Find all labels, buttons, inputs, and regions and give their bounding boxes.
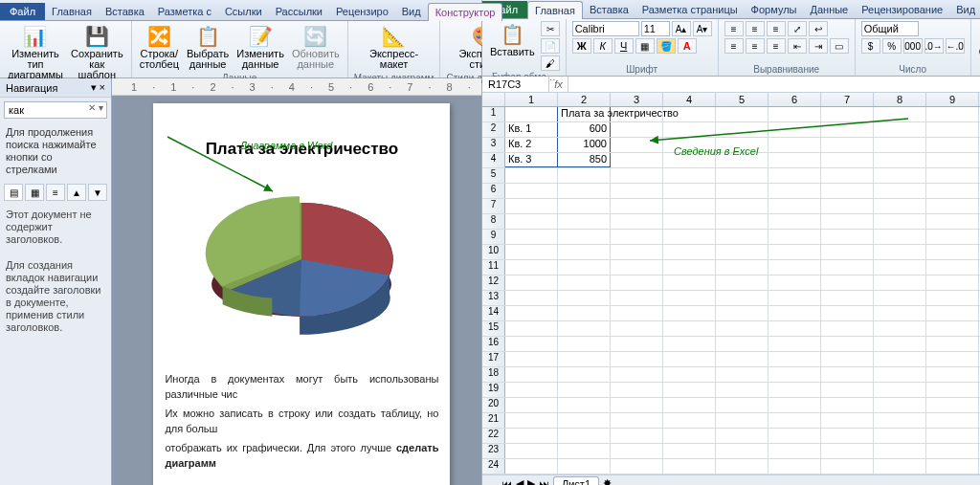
cell[interactable] <box>663 260 716 275</box>
row-header[interactable]: 17 <box>482 352 505 366</box>
cell[interactable] <box>558 352 611 366</box>
cell[interactable] <box>611 367 663 382</box>
row-header[interactable]: 24 <box>482 459 505 474</box>
cell[interactable] <box>611 413 663 428</box>
sheet-nav-next-icon[interactable]: ▶ <box>527 477 535 485</box>
cell[interactable] <box>716 199 768 213</box>
cell[interactable] <box>874 383 926 397</box>
cell[interactable] <box>926 337 979 351</box>
row-header[interactable]: 15 <box>482 321 505 336</box>
cell[interactable] <box>926 168 979 183</box>
cell[interactable] <box>874 214 926 229</box>
cell[interactable] <box>926 214 979 229</box>
cell[interactable] <box>663 321 716 336</box>
cell[interactable] <box>558 383 611 397</box>
cell[interactable] <box>505 291 558 305</box>
cell[interactable]: 1000 <box>558 138 611 152</box>
cell[interactable] <box>768 245 821 259</box>
cell[interactable] <box>926 413 979 428</box>
cell[interactable] <box>874 367 926 382</box>
cell[interactable] <box>821 459 874 474</box>
cell[interactable] <box>716 245 768 259</box>
row-header[interactable]: 14 <box>482 306 505 320</box>
cell[interactable] <box>716 168 768 183</box>
border-icon[interactable]: ▦ <box>635 38 655 54</box>
cell[interactable] <box>558 276 611 290</box>
cell[interactable] <box>505 352 558 366</box>
nav-dropdown-icon[interactable]: ▾ × <box>91 81 105 94</box>
sheet-nav-prev-icon[interactable]: ◀ <box>516 477 523 485</box>
cell[interactable] <box>611 230 663 244</box>
format-painter-icon[interactable]: 🖌 <box>541 55 560 71</box>
cell[interactable] <box>611 276 663 290</box>
cell[interactable] <box>611 184 663 198</box>
cell[interactable] <box>663 429 716 443</box>
cell[interactable] <box>663 367 716 382</box>
fx-icon[interactable]: fx <box>549 77 568 92</box>
row-header[interactable]: 5 <box>482 168 505 183</box>
cell[interactable] <box>874 306 926 320</box>
orientation-icon[interactable]: ⤢ <box>788 21 807 36</box>
cell[interactable] <box>716 398 768 412</box>
cell[interactable] <box>505 260 558 275</box>
cell[interactable] <box>926 138 979 152</box>
align-right-icon[interactable]: ≡ <box>767 38 786 54</box>
cell[interactable] <box>874 245 926 259</box>
cell[interactable] <box>716 184 768 198</box>
cell[interactable] <box>768 444 821 458</box>
cell[interactable] <box>558 398 611 412</box>
cell[interactable] <box>558 168 611 183</box>
cell[interactable] <box>663 184 716 198</box>
row-header[interactable]: 6 <box>482 184 505 198</box>
cell[interactable] <box>558 245 611 259</box>
cell[interactable] <box>768 168 821 183</box>
row-header[interactable]: 10 <box>482 245 505 259</box>
cell[interactable] <box>926 306 979 320</box>
merge-icon[interactable]: ▭ <box>830 38 849 54</box>
cell[interactable] <box>768 429 821 443</box>
col-header-1[interactable]: 1 <box>505 93 558 106</box>
cell[interactable] <box>663 245 716 259</box>
tab-chart-design[interactable]: Конструктор <box>428 3 503 21</box>
cell[interactable] <box>716 306 768 320</box>
cell[interactable] <box>768 306 821 320</box>
cell[interactable] <box>505 367 558 382</box>
col-header-8[interactable]: 8 <box>874 93 926 106</box>
styles-button[interactable]: 🎨Стили <box>977 21 980 59</box>
copy-icon[interactable]: 📄 <box>541 38 560 54</box>
cell[interactable] <box>611 214 663 229</box>
cell[interactable] <box>821 276 874 290</box>
cell[interactable] <box>926 122 979 137</box>
cell[interactable] <box>558 367 611 382</box>
cell[interactable] <box>558 444 611 458</box>
cell[interactable] <box>558 429 611 443</box>
cell[interactable] <box>663 306 716 320</box>
cell[interactable] <box>821 184 874 198</box>
excel-tab-data[interactable]: Данные <box>803 1 855 18</box>
col-header-7[interactable]: 7 <box>821 93 874 106</box>
cell[interactable] <box>926 321 979 336</box>
cell[interactable] <box>821 429 874 443</box>
cell[interactable] <box>926 260 979 275</box>
comma-icon[interactable]: 000 <box>903 38 923 54</box>
cell[interactable] <box>505 184 558 198</box>
font-color-icon[interactable]: A <box>678 38 697 54</box>
cell[interactable] <box>611 153 663 167</box>
font-size-select[interactable] <box>641 21 670 36</box>
cell[interactable] <box>874 337 926 351</box>
cell[interactable] <box>768 230 821 244</box>
cell[interactable] <box>821 444 874 458</box>
cell[interactable] <box>768 153 821 167</box>
shrink-font-icon[interactable]: A▾ <box>693 21 712 36</box>
refresh-data-button[interactable]: 🔄Обновить данные <box>290 23 342 72</box>
cell[interactable] <box>716 429 768 443</box>
cell[interactable] <box>926 383 979 397</box>
cell[interactable] <box>611 429 663 443</box>
formula-bar[interactable] <box>568 77 980 92</box>
row-header[interactable]: 4 <box>482 153 505 167</box>
col-header-6[interactable]: 6 <box>768 93 821 106</box>
nav-tab-headings[interactable]: ▤ <box>4 184 23 201</box>
cell[interactable] <box>558 230 611 244</box>
cell[interactable] <box>874 444 926 458</box>
tab-insert[interactable]: Вставка <box>99 3 151 20</box>
